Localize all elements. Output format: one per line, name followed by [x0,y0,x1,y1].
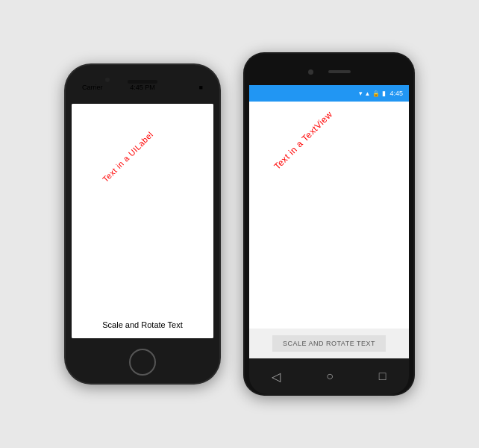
home-icon[interactable]: ○ [326,370,334,383]
battery-icon: ▮ [382,90,386,97]
iphone-home-button[interactable] [129,349,156,376]
iphone-battery: ■ [199,84,203,91]
lock-icon: 🔒 [372,90,380,97]
android-camera [308,69,313,75]
android-navbar: ◁ ○ □ [249,358,409,394]
iphone-bottom-label: Scale and Rotate Text [72,320,213,329]
android-device: ▾ ▲ 🔒 ▮ 4:45 Text in a TextView SCALE AN… [243,52,415,396]
iphone-device: Carrier 4:45 PM ■ Text in a UILabel Scal… [64,63,221,385]
signal-icon: ▲ [365,90,371,97]
android-status-icons: ▾ ▲ 🔒 ▮ 4:45 [359,90,403,97]
android-top-bar [245,58,413,85]
back-icon[interactable]: ◁ [272,370,281,384]
carrier-label: Carrier [82,84,103,91]
recent-apps-icon[interactable]: □ [379,370,386,383]
iphone-screen: Text in a UILabel Scale and Rotate Text [72,104,213,338]
android-rotated-text: Text in a TextView [272,109,334,172]
android-content-area: Text in a TextView [249,102,409,329]
scale-rotate-button[interactable]: SCALE AND ROTATE TEXT [272,335,386,352]
android-statusbar: ▾ ▲ 🔒 ▮ 4:45 [249,85,409,102]
iphone-rotated-text: Text in a UILabel [101,130,154,184]
android-screen: ▾ ▲ 🔒 ▮ 4:45 Text in a TextView SCALE AN… [249,85,409,358]
iphone-time: 4:45 PM [130,84,155,91]
android-speaker [328,70,351,73]
iphone-content: Text in a UILabel Scale and Rotate Text [72,104,213,338]
android-time: 4:45 [389,90,403,97]
wifi-icon: ▾ [359,90,363,97]
android-button-area: SCALE AND ROTATE TEXT [249,329,409,358]
iphone-statusbar: Carrier 4:45 PM ■ [66,75,219,99]
